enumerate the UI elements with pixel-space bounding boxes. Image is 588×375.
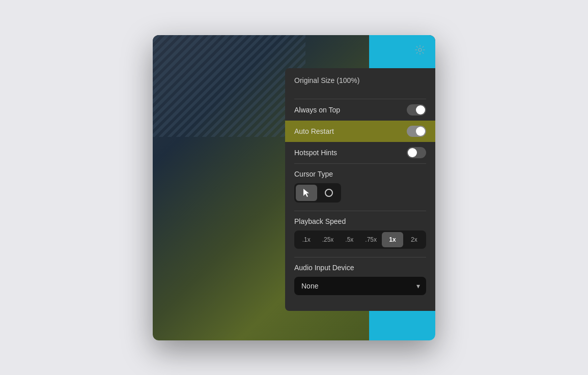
speed-2x-button[interactable]: 2x xyxy=(404,232,425,247)
speed-1x-button[interactable]: 1x xyxy=(382,232,403,247)
speed-0.5x-button[interactable]: .5x xyxy=(339,232,360,247)
auto-restart-toggle[interactable] xyxy=(407,126,426,137)
audio-input-section: Audio Input Device None xyxy=(285,257,435,303)
gear-icon xyxy=(415,45,425,55)
hotspot-hints-label: Hotspot Hints xyxy=(294,149,337,157)
hotspot-hints-row: Hotspot Hints xyxy=(285,142,435,163)
settings-gear-button[interactable] xyxy=(413,43,427,57)
auto-restart-row: Auto Restart xyxy=(285,121,435,142)
app-window: Original Size (100%) Always on Top Auto … xyxy=(153,35,435,340)
speed-0.25x-button[interactable]: .25x xyxy=(317,232,338,247)
auto-restart-thumb xyxy=(416,127,425,136)
cursor-arrow-button[interactable] xyxy=(296,185,317,201)
always-on-top-label: Always on Top xyxy=(294,106,340,114)
arrow-cursor-icon xyxy=(302,188,311,197)
svg-marker-0 xyxy=(303,189,309,197)
cursor-circle-button[interactable] xyxy=(318,185,340,201)
playback-speed-segment: .1x .25x .5x .75x 1x 2x xyxy=(294,230,426,249)
always-on-top-toggle[interactable] xyxy=(407,104,426,116)
cursor-type-segment xyxy=(294,183,341,203)
settings-panel: Original Size (100%) Always on Top Auto … xyxy=(285,68,435,311)
playback-speed-label: Playback Speed xyxy=(294,217,426,225)
playback-speed-section: Playback Speed .1x .25x .5x .75x 1x 2x xyxy=(285,211,435,257)
circle-cursor-icon xyxy=(324,188,333,197)
svg-point-1 xyxy=(325,189,332,196)
always-on-top-thumb xyxy=(416,105,425,114)
svg-point-2 xyxy=(418,48,422,51)
speed-0.1x-button[interactable]: .1x xyxy=(296,232,317,247)
settings-title-section: Original Size (100%) xyxy=(285,68,435,99)
hotspot-hints-toggle[interactable] xyxy=(407,147,426,158)
settings-title: Original Size (100%) xyxy=(294,76,426,84)
audio-input-label: Audio Input Device xyxy=(294,264,426,272)
audio-select-wrapper: None xyxy=(294,277,426,295)
always-on-top-row: Always on Top xyxy=(285,99,435,121)
cursor-type-section: Cursor Type xyxy=(285,164,435,211)
audio-input-select[interactable]: None xyxy=(294,277,426,295)
auto-restart-label: Auto Restart xyxy=(294,127,334,135)
hotspot-hints-thumb xyxy=(408,148,417,157)
cursor-type-label: Cursor Type xyxy=(294,170,426,178)
speed-0.75x-button[interactable]: .75x xyxy=(360,232,381,247)
